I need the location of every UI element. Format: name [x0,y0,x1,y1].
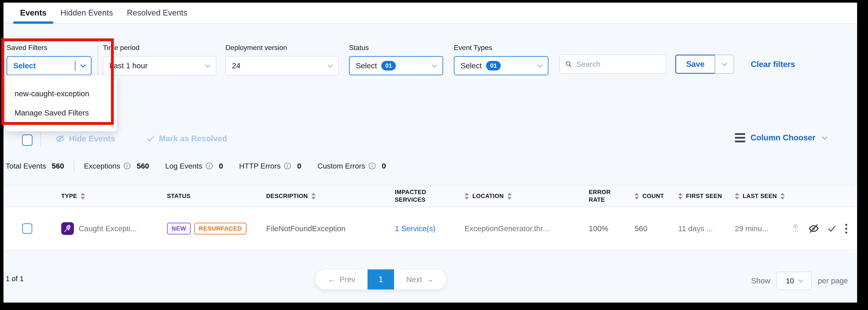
eye-off-icon [55,134,65,144]
sort-icon[interactable] [465,193,469,200]
info-icon[interactable] [284,162,291,170]
saved-filters-label: Saved Filters [6,44,92,52]
column-header-type: TYPE [61,193,167,200]
sort-icon[interactable] [507,193,512,200]
stat-label: HTTP Errors [239,162,281,170]
status-badge-resurfaced: RESURFACED [194,223,247,234]
menu-item-manage-saved-filters[interactable]: Manage Saved Filters [6,103,117,122]
mark-as-resolved-button[interactable]: Mark as Resolved [146,134,227,143]
status-select[interactable]: Select 01 [349,56,443,75]
stat-value: 560 [137,162,149,170]
column-header-location: LOCATION [465,193,589,200]
event-types-count-badge: 01 [486,61,501,71]
stat-value: 560 [52,162,64,170]
kebab-menu-icon[interactable] [844,223,848,234]
sort-icon[interactable] [780,193,785,200]
sort-icon[interactable] [678,193,682,200]
status-count-badge: 01 [381,61,396,71]
row-impacted-services-cell: 1 Service(s) [395,224,465,233]
time-period-group: Time period Last 1 hour [103,44,216,75]
deployment-version-group: Deployment version 24 [225,44,339,75]
sort-icon[interactable] [634,193,639,200]
row-checkbox[interactable] [22,223,32,234]
time-period-select[interactable]: Last 1 hour [103,56,216,75]
events-page: Events Hidden Events Resolved Events Sav… [3,3,857,303]
stat-value: 0 [297,162,301,170]
toolbar-divider [40,133,41,147]
page-size-value: 10 [786,277,794,285]
mark-as-resolved-label: Mark as Resolved [159,134,227,143]
select-all-checkbox[interactable] [22,135,32,146]
hamburger-icon [735,133,745,142]
column-header-first-seen: FIRST SEEN [678,193,735,200]
tab-events-label: Events [20,8,46,18]
row-location-cell: ExceptionGenerator.thr... [465,224,589,233]
chevron-down-icon [537,62,542,67]
column-header-error-rate: ERROR RATE [589,189,634,204]
saved-filters-value: Select [13,61,36,70]
column-label: LAST SEEN [743,193,777,200]
saved-filters-select[interactable]: Select [6,56,92,75]
info-icon[interactable] [123,162,131,170]
caught-exception-net-icon [61,222,74,235]
save-button-label: Save [686,60,705,69]
row-count-cell: 560 [634,224,678,233]
impacted-services-link[interactable]: 1 Service(s) [395,224,436,233]
save-filter-split-button: Save [675,55,734,74]
tab-hidden-events[interactable]: Hidden Events [53,3,120,23]
chevron-down-icon [205,62,210,67]
search-input[interactable] [576,60,660,68]
hide-events-button[interactable]: Hide Events [55,134,115,144]
column-label: COUNT [642,193,664,200]
row-type-label: Caught Excepti... [79,224,137,233]
menu-item-saved-filter[interactable]: new-caught-exception [6,84,117,103]
status-value: Select [356,61,377,70]
tab-events[interactable]: Events [13,3,53,23]
chevron-down-icon [328,62,333,67]
tab-resolved-events-label: Resolved Events [127,8,187,18]
stat-log-events: Log Events 0 [165,162,223,170]
check-icon[interactable] [827,224,837,233]
next-page-button[interactable]: Next [394,270,446,289]
column-chooser-label: Column Chooser [750,133,815,142]
table-row: Caught Excepti... NEW RESURFACED FileNot… [3,207,857,250]
status-group: Status Select 01 [349,44,443,75]
sort-icon[interactable] [81,193,85,200]
row-location: ExceptionGenerator.thr... [465,224,549,233]
deployment-version-value: 24 [232,61,241,70]
eye-off-icon[interactable] [808,223,819,234]
saved-filters-menu: new-caught-exception Manage Saved Filter… [6,75,117,132]
sort-icon[interactable] [735,193,739,200]
save-options-button[interactable] [715,55,734,74]
save-button[interactable]: Save [675,55,715,74]
column-chooser-button[interactable]: Column Chooser [735,133,827,142]
stat-custom-errors: Custom Errors 0 [317,162,386,170]
column-label: FIRST SEEN [686,193,722,200]
stat-value: 0 [219,162,223,170]
stat-label: Exceptions [84,162,120,170]
sort-icon[interactable] [311,193,316,200]
tab-resolved-events[interactable]: Resolved Events [120,3,194,23]
column-label: DESCRIPTION [266,193,308,200]
column-label: LOCATION [472,193,504,200]
row-first-seen: 11 days ... [678,224,713,233]
column-label: ERROR RATE [589,189,627,204]
clear-filters-link[interactable]: Clear filters [751,60,795,69]
row-error-rate: 100% [589,224,609,233]
prev-page-button[interactable]: Prev [316,270,368,289]
saved-filters-group: Saved Filters Select [6,44,92,75]
stat-label: Log Events [165,162,202,170]
event-types-label: Event Types [454,44,549,52]
page-size-select[interactable]: 10 [776,272,812,290]
info-icon[interactable] [205,162,213,170]
prev-label: Prev [340,275,355,284]
add-to-dashboard-icon[interactable] [790,224,800,233]
info-icon[interactable] [368,162,376,170]
row-status-cell: NEW RESURFACED [167,223,266,234]
deployment-version-select[interactable]: 24 [225,56,339,75]
page-number-button[interactable]: 1 [368,270,394,289]
stat-value: 0 [382,162,386,170]
hide-events-label: Hide Events [69,134,115,143]
event-types-select[interactable]: Select 01 [454,56,549,75]
filter-section-divider [98,46,98,77]
